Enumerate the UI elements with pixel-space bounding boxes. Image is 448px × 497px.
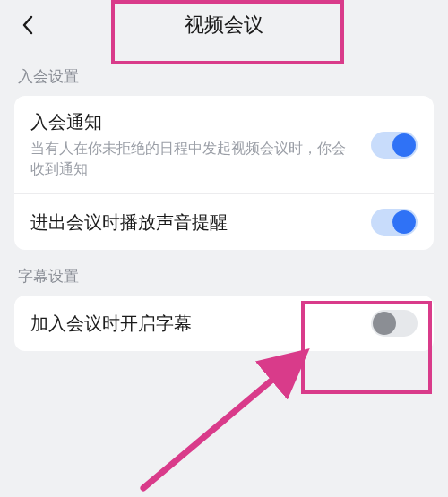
row-text: 加入会议时开启字幕: [30, 312, 358, 336]
page-title: 视频会议: [185, 12, 263, 39]
header-bar: 视频会议: [0, 0, 448, 50]
svg-line-1: [143, 356, 300, 488]
row-text: 入会通知 当有人在你未拒绝的日程中发起视频会议时，你会收到通知: [30, 110, 358, 179]
toggle-enter-exit-sound[interactable]: [371, 209, 418, 236]
toggle-join-notify[interactable]: [371, 132, 418, 159]
subtitle-settings-card: 加入会议时开启字幕: [14, 296, 434, 351]
join-settings-card: 入会通知 当有人在你未拒绝的日程中发起视频会议时，你会收到通知 进出会议时播放声…: [14, 96, 434, 250]
annotation-arrow: [125, 340, 332, 497]
row-join-notify: 入会通知 当有人在你未拒绝的日程中发起视频会议时，你会收到通知: [14, 96, 434, 193]
row-title: 加入会议时开启字幕: [30, 312, 358, 336]
chevron-left-icon: [22, 15, 34, 35]
row-enter-exit-sound: 进出会议时播放声音提醒: [14, 193, 434, 250]
row-subtitle: 当有人在你未拒绝的日程中发起视频会议时，你会收到通知: [30, 138, 358, 179]
row-auto-subtitle: 加入会议时开启字幕: [14, 296, 434, 351]
row-title: 进出会议时播放声音提醒: [30, 210, 358, 235]
row-title: 入会通知: [30, 110, 358, 134]
toggle-auto-subtitle[interactable]: [371, 310, 418, 337]
row-text: 进出会议时播放声音提醒: [30, 210, 358, 235]
section-label-join: 入会设置: [0, 50, 448, 96]
section-label-subtitle: 字幕设置: [0, 250, 448, 296]
back-button[interactable]: [14, 12, 41, 39]
